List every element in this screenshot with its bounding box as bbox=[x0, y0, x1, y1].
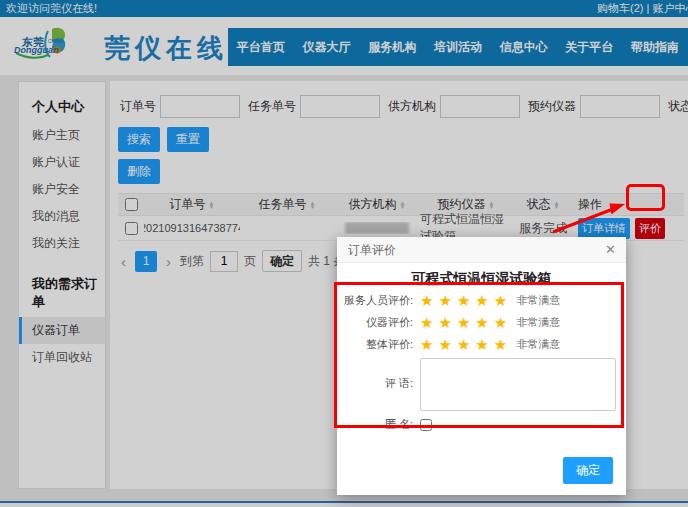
modal-title: 订单评价 bbox=[348, 243, 396, 257]
close-icon[interactable]: ✕ bbox=[605, 237, 616, 263]
service-staff-stars[interactable]: ★★★★★ bbox=[420, 293, 512, 308]
instrument-rating-row: 仪器评价: ★★★★★ 非常满意 bbox=[337, 312, 626, 332]
anonymous-label: 匿 名: bbox=[337, 417, 413, 432]
anonymous-checkbox[interactable] bbox=[420, 419, 432, 431]
service-staff-rating-label: 服务人员评价: bbox=[337, 293, 413, 308]
overall-rating-caption: 非常满意 bbox=[516, 337, 560, 352]
instrument-rating-caption: 非常满意 bbox=[516, 315, 560, 330]
comment-label: 评 语: bbox=[337, 376, 413, 411]
overall-rating-label: 整体评价: bbox=[337, 337, 413, 352]
modal-header: 订单评价 ✕ bbox=[337, 237, 626, 263]
instrument-stars[interactable]: ★★★★★ bbox=[420, 315, 512, 330]
comment-textarea[interactable] bbox=[420, 358, 616, 411]
overall-rating-row: 整体评价: ★★★★★ 非常满意 bbox=[337, 334, 626, 354]
modal-instrument-name: 可程式恒温恒湿试验箱 bbox=[337, 270, 626, 288]
service-staff-rating-caption: 非常满意 bbox=[516, 293, 560, 308]
modal-confirm-button[interactable]: 确定 bbox=[563, 457, 613, 484]
evaluation-modal: 订单评价 ✕ 可程式恒温恒湿试验箱 服务人员评价: ★★★★★ 非常满意 仪器评… bbox=[337, 237, 626, 495]
comment-row: 评 语: bbox=[337, 358, 626, 411]
service-staff-rating-row: 服务人员评价: ★★★★★ 非常满意 bbox=[337, 290, 626, 310]
anonymous-row: 匿 名: bbox=[337, 417, 626, 432]
instrument-rating-label: 仪器评价: bbox=[337, 315, 413, 330]
overall-stars[interactable]: ★★★★★ bbox=[420, 337, 512, 352]
